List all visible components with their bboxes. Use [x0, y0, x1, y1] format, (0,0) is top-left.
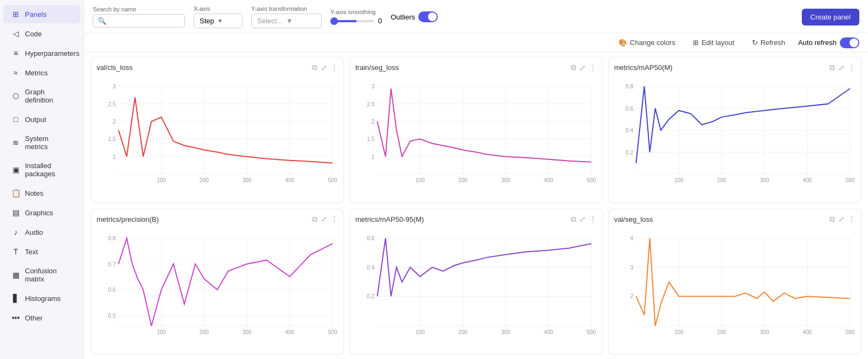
- chart-val-cls-loss: val/cls_loss ⧉ ⤢ ⋮: [91, 57, 344, 203]
- svg-text:400: 400: [285, 329, 295, 335]
- svg-text:1: 1: [372, 154, 375, 160]
- refresh-label: Refresh: [761, 39, 786, 47]
- copy-icon-6[interactable]: ⧉: [829, 215, 835, 224]
- sidebar-item-output[interactable]: □ Output: [3, 110, 80, 129]
- auto-refresh-toggle[interactable]: [840, 37, 859, 48]
- chart-svg-2: 3 2.5 2 1.5 1 100 200 300 400 500: [355, 75, 597, 185]
- sidebar-item-notes[interactable]: 📋 Notes: [3, 184, 80, 202]
- chart-header-5: metrics/mAP50-95(M) ⧉ ⤢ ⋮: [355, 215, 597, 224]
- smoothing-slider[interactable]: [330, 20, 374, 22]
- chart-header-2: train/seg_loss ⧉ ⤢ ⋮: [355, 63, 597, 72]
- sidebar-item-hyperparameters[interactable]: ≡ Hyperparameters: [3, 44, 80, 62]
- sidebar-item-label: Metrics: [25, 69, 48, 77]
- sidebar-item-confusion-matrix[interactable]: ▦ Confusion matrix: [3, 262, 80, 288]
- search-icon: 🔍: [98, 17, 106, 25]
- confusion-matrix-icon: ▦: [11, 271, 21, 279]
- svg-text:100: 100: [157, 329, 166, 335]
- sidebar-item-label: Audio: [25, 228, 43, 236]
- expand-icon-3[interactable]: ⤢: [838, 63, 845, 72]
- chart-val-seg-loss: val/seg_loss ⧉ ⤢ ⋮ 4: [608, 209, 861, 355]
- svg-text:400: 400: [544, 177, 553, 183]
- chart-map50: metrics/mAP50(M) ⧉ ⤢ ⋮: [608, 57, 861, 203]
- svg-text:2.5: 2.5: [367, 101, 374, 107]
- svg-text:300: 300: [760, 329, 769, 335]
- svg-text:400: 400: [803, 329, 812, 335]
- expand-icon-6[interactable]: ⤢: [838, 215, 845, 223]
- sidebar-item-code[interactable]: ◁ Code: [3, 24, 80, 43]
- chart-header-3: metrics/mAP50(M) ⧉ ⤢ ⋮: [614, 63, 856, 72]
- xaxis-chevron-icon: ▼: [218, 18, 223, 24]
- svg-text:0.8: 0.8: [108, 235, 116, 241]
- expand-icon-1[interactable]: ⤢: [321, 63, 327, 72]
- copy-icon-3[interactable]: ⧉: [829, 63, 835, 72]
- chart-svg-5: 0.6 0.4 0.2 100 200 300 400 500: [355, 227, 597, 337]
- svg-text:300: 300: [501, 177, 510, 183]
- xaxis-select[interactable]: Step ▼: [194, 14, 242, 28]
- sidebar-item-graphics[interactable]: ▤ Graphics: [3, 203, 80, 222]
- sidebar-item-label: Installed packages: [25, 162, 73, 178]
- more-icon-5[interactable]: ⋮: [589, 215, 597, 223]
- chart-title-4: metrics/precision(B): [97, 215, 159, 223]
- chart-body-6: 4 3 2 100 200 300 400 500: [614, 227, 856, 349]
- chart-actions-3: ⧉ ⤢ ⋮: [829, 63, 856, 72]
- chart-svg-1: 3 2.5 2 1.5 1 100 200 300 400 500: [97, 75, 338, 185]
- chart-title-6: val/seg_loss: [614, 215, 653, 223]
- sidebar-item-audio[interactable]: ♪ Audio: [3, 223, 80, 241]
- sidebar-item-label: Code: [25, 30, 42, 38]
- svg-text:200: 200: [458, 329, 468, 335]
- copy-icon-2[interactable]: ⧉: [571, 63, 576, 72]
- chart-body-4: 0.8 0.7 0.6 0.5 100 200 300 400 500: [97, 227, 338, 349]
- yaxis-transform-select[interactable]: Select... ▼: [251, 14, 322, 28]
- svg-text:0.7: 0.7: [108, 261, 116, 267]
- chart-precision: metrics/precision(B) ⧉ ⤢ ⋮: [91, 209, 344, 355]
- yaxis-transform-label: Y-axis transformation: [251, 5, 322, 12]
- sidebar-item-system-metrics[interactable]: ≋ System metrics: [3, 130, 80, 156]
- create-panel-button[interactable]: Create panel: [802, 9, 859, 25]
- copy-icon-5[interactable]: ⧉: [571, 215, 576, 224]
- refresh-button[interactable]: ↻ Refresh: [748, 36, 790, 49]
- svg-text:1.5: 1.5: [108, 136, 116, 142]
- sidebar-item-other[interactable]: ••• Other: [3, 309, 80, 327]
- packages-icon: ▣: [11, 165, 21, 174]
- graph-icon: ⬡: [11, 92, 21, 100]
- sidebar-item-label: System metrics: [25, 134, 73, 151]
- chart-actions-1: ⧉ ⤢ ⋮: [312, 63, 338, 72]
- toolbar-left: Search by name 🔍 X-axis Step ▼ Y-axis tr…: [93, 5, 791, 28]
- chart-header-6: val/seg_loss ⧉ ⤢ ⋮: [614, 215, 856, 224]
- search-box[interactable]: 🔍: [93, 14, 185, 28]
- sidebar-item-graph-definition[interactable]: ⬡ Graph definition: [3, 83, 80, 109]
- sidebar-item-metrics[interactable]: ≈ Metrics: [3, 63, 80, 82]
- svg-text:100: 100: [674, 177, 684, 183]
- palette-icon: 🎨: [618, 39, 627, 47]
- more-icon-4[interactable]: ⋮: [330, 215, 338, 223]
- sidebar-item-histograms[interactable]: ▋ Histograms: [3, 289, 80, 307]
- svg-text:3: 3: [113, 84, 116, 89]
- hyperparameters-icon: ≡: [11, 49, 21, 57]
- change-colors-button[interactable]: 🎨 Change colors: [614, 36, 680, 49]
- refresh-icon: ↻: [752, 39, 758, 47]
- more-icon-6[interactable]: ⋮: [848, 215, 856, 223]
- xaxis-value: Step: [200, 17, 214, 25]
- expand-icon-5[interactable]: ⤢: [579, 215, 586, 223]
- sidebar-item-installed-packages[interactable]: ▣ Installed packages: [3, 157, 80, 183]
- code-icon: ◁: [11, 29, 21, 38]
- sidebar-item-panels[interactable]: ⊞ Panels: [3, 5, 80, 23]
- expand-icon-4[interactable]: ⤢: [321, 215, 327, 223]
- chart-svg-4: 0.8 0.7 0.6 0.5 100 200 300 400 500: [97, 227, 338, 337]
- sidebar-item-label: Output: [25, 116, 46, 124]
- sidebar-item-label: Graphics: [25, 209, 53, 217]
- edit-layout-button[interactable]: ⊞ Edit layout: [688, 36, 739, 49]
- chart-map50-95: metrics/mAP50-95(M) ⧉ ⤢ ⋮: [349, 209, 603, 355]
- chart-title-3: metrics/mAP50(M): [614, 63, 673, 72]
- copy-icon-1[interactable]: ⧉: [312, 63, 317, 72]
- more-icon-2[interactable]: ⋮: [589, 63, 597, 72]
- more-icon-1[interactable]: ⋮: [330, 63, 338, 72]
- sidebar-item-text[interactable]: T Text: [3, 242, 80, 261]
- copy-icon-4[interactable]: ⧉: [312, 215, 317, 224]
- expand-icon-2[interactable]: ⤢: [579, 63, 586, 72]
- search-input[interactable]: [110, 17, 180, 25]
- sidebar-item-label: Panels: [25, 10, 47, 18]
- more-icon-3[interactable]: ⋮: [848, 63, 856, 72]
- metrics-icon: ≈: [11, 68, 21, 77]
- outliers-toggle[interactable]: [418, 11, 438, 22]
